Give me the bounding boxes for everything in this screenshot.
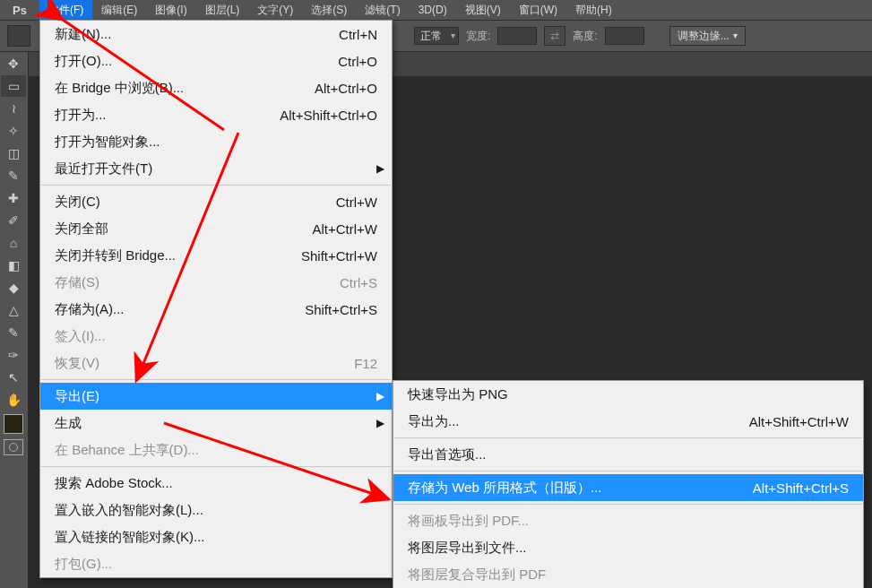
chevron-right-icon: ▶: [376, 417, 384, 429]
file-label-21: 置入链接的智能对象(K)...: [55, 529, 377, 546]
export-item-5[interactable]: 存储为 Web 所用格式（旧版）...Alt+Shift+Ctrl+S: [393, 474, 863, 501]
menu-3[interactable]: 图层(L): [196, 0, 249, 20]
file-menu: 新建(N)...Ctrl+N打开(O)...Ctrl+O在 Bridge 中浏览…: [39, 20, 393, 578]
file-item-16[interactable]: 生成▶: [40, 410, 392, 437]
file-sep-6: [41, 185, 391, 186]
menu-8[interactable]: 视图(V): [456, 0, 510, 20]
chevron-right-icon: ▶: [376, 162, 384, 175]
file-item-13: 恢复(V)F12: [40, 350, 392, 376]
file-item-22: 打包(G)...: [40, 550, 392, 577]
brush-tool[interactable]: ✐: [1, 210, 26, 231]
file-item-8[interactable]: 关闭全部Alt+Ctrl+W: [40, 215, 392, 242]
file-label-8: 关闭全部: [55, 220, 276, 238]
blur-tool[interactable]: △: [1, 299, 26, 321]
export-label-0: 快速导出为 PNG: [408, 386, 849, 403]
refine-edge-button[interactable]: 调整边缘...: [669, 26, 746, 46]
file-label-1: 打开(O)...: [55, 53, 302, 70]
width-input[interactable]: [497, 27, 537, 45]
menu-0[interactable]: 文件(F): [39, 0, 92, 20]
file-item-7[interactable]: 关闭(C)Ctrl+W: [40, 188, 392, 215]
file-label-7: 关闭(C): [55, 194, 300, 211]
app-logo: Ps: [0, 0, 39, 20]
export-label-1: 导出为...: [408, 413, 713, 430]
file-item-21[interactable]: 置入链接的智能对象(K)...: [40, 523, 392, 550]
export-submenu: 快速导出为 PNG导出为...Alt+Shift+Ctrl+W导出首选项...存…: [393, 380, 864, 588]
tool-preset[interactable]: [7, 25, 30, 47]
file-label-15: 导出(E): [55, 388, 377, 405]
file-item-12: 签入(I)...: [40, 323, 392, 350]
menu-7[interactable]: 3D(D): [410, 0, 456, 20]
quickmask-icon[interactable]: [4, 439, 23, 455]
export-label-5: 存储为 Web 所用格式（旧版）...: [408, 480, 717, 497]
file-sep-18: [41, 466, 391, 467]
toolbox: ✥▭≀✧◫✎✚✐⌂◧◆△✎✑↖✋: [0, 52, 29, 588]
file-label-10: 存储(S): [55, 274, 304, 291]
menu-2[interactable]: 图像(I): [146, 0, 195, 20]
color-swatch[interactable]: [4, 414, 23, 434]
file-label-2: 在 Bridge 中浏览(B)...: [55, 80, 279, 97]
bucket-tool[interactable]: ◆: [1, 277, 26, 298]
hand-tool[interactable]: ✋: [1, 389, 26, 411]
export-item-1[interactable]: 导出为...Alt+Shift+Ctrl+W: [393, 408, 863, 435]
file-item-20[interactable]: 置入嵌入的智能对象(L)...: [40, 497, 392, 523]
export-item-8[interactable]: 将图层导出到文件...: [393, 534, 863, 561]
crop-tool[interactable]: ◫: [1, 143, 26, 164]
marquee-tool[interactable]: ▭: [1, 75, 26, 97]
file-item-10: 存储(S)Ctrl+S: [40, 269, 392, 296]
file-label-5: 最近打开文件(T): [55, 160, 377, 177]
menu-10[interactable]: 帮助(H): [566, 0, 621, 20]
mode-value: 正常: [414, 27, 459, 45]
file-sep-14: [41, 379, 391, 380]
menu-6[interactable]: 滤镜(T): [356, 0, 409, 20]
export-item-7: 将画板导出到 PDF...: [393, 507, 863, 534]
menu-1[interactable]: 编辑(E): [92, 0, 146, 20]
chevron-right-icon: ▶: [376, 390, 384, 402]
file-item-3[interactable]: 打开为...Alt+Shift+Ctrl+O: [40, 101, 392, 128]
menu-9[interactable]: 窗口(W): [510, 0, 566, 20]
menubar: Ps 文件(F)编辑(E)图像(I)图层(L)文字(Y)选择(S)滤镜(T)3D…: [0, 0, 872, 20]
file-label-19: 搜索 Adobe Stock...: [55, 475, 377, 492]
export-label-3: 导出首选项...: [408, 446, 849, 463]
wand-tool[interactable]: ✧: [1, 120, 26, 142]
export-label-8: 将图层导出到文件...: [408, 540, 849, 557]
export-shortcut-5: Alt+Shift+Ctrl+S: [753, 480, 849, 496]
height-input[interactable]: [605, 27, 644, 45]
file-label-16: 生成: [55, 415, 377, 432]
heal-tool[interactable]: ✚: [1, 187, 26, 209]
stamp-tool[interactable]: ⌂: [1, 232, 26, 254]
file-item-0[interactable]: 新建(N)...Ctrl+N: [40, 21, 392, 48]
file-item-5[interactable]: 最近打开文件(T)▶: [40, 155, 392, 182]
eraser-tool[interactable]: ◧: [1, 255, 26, 276]
clone-tool[interactable]: ✎: [1, 322, 26, 343]
export-label-7: 将画板导出到 PDF...: [408, 513, 849, 530]
file-label-20: 置入嵌入的智能对象(L)...: [55, 502, 377, 519]
file-item-19[interactable]: 搜索 Adobe Stock...: [40, 470, 392, 497]
file-item-9[interactable]: 关闭并转到 Bridge...Shift+Ctrl+W: [40, 242, 392, 269]
file-shortcut-9: Shift+Ctrl+W: [301, 248, 377, 264]
lasso-tool[interactable]: ≀: [1, 98, 26, 119]
move-tool[interactable]: ✥: [1, 53, 26, 74]
height-label: 高度:: [573, 29, 597, 44]
width-label: 宽度:: [466, 29, 490, 44]
file-label-17: 在 Behance 上共享(D)...: [55, 442, 377, 459]
mode-combo[interactable]: 正常: [414, 26, 459, 46]
file-item-15[interactable]: 导出(E)▶: [40, 383, 392, 410]
file-label-22: 打包(G)...: [55, 556, 377, 573]
export-item-3[interactable]: 导出首选项...: [393, 441, 863, 468]
swap-icon[interactable]: ⇄: [544, 26, 566, 46]
export-item-0[interactable]: 快速导出为 PNG: [393, 381, 863, 408]
file-shortcut-0: Ctrl+N: [339, 27, 377, 42]
file-item-1[interactable]: 打开(O)...Ctrl+O: [40, 48, 392, 74]
pen-tool[interactable]: ✑: [1, 344, 26, 366]
file-item-2[interactable]: 在 Bridge 中浏览(B)...Alt+Ctrl+O: [40, 74, 392, 101]
pointer-tool[interactable]: ↖: [1, 367, 26, 388]
file-shortcut-11: Shift+Ctrl+S: [305, 302, 377, 317]
file-item-4[interactable]: 打开为智能对象...: [40, 128, 392, 155]
menu-4[interactable]: 文字(Y): [248, 0, 302, 20]
file-shortcut-1: Ctrl+O: [338, 54, 377, 69]
file-item-17: 在 Behance 上共享(D)...: [40, 437, 392, 463]
menu-5[interactable]: 选择(S): [302, 0, 356, 20]
export-item-9: 将图层复合导出到 PDF: [393, 561, 863, 588]
file-item-11[interactable]: 存储为(A)...Shift+Ctrl+S: [40, 296, 392, 323]
eyedrop-tool[interactable]: ✎: [1, 165, 26, 186]
